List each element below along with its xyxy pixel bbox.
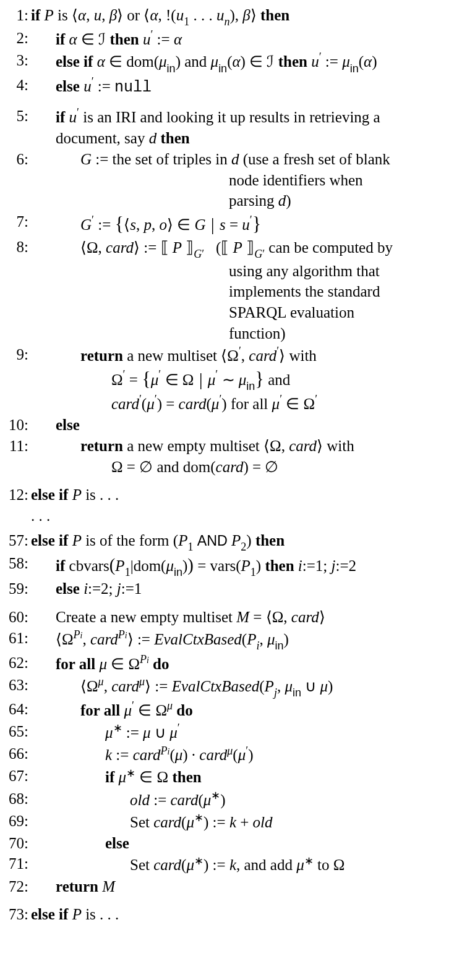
line-content: ⟨ΩPi, cardPi⟩ := EvalCtxBased(Pi, μin) [31, 628, 463, 653]
line-content: G := the set of triples in d (use a fres… [31, 149, 463, 170]
line-colon: : [24, 7, 28, 23]
line-content: if cbvars(P1|dom(μin)) = vars(P1) then i… [31, 553, 463, 578]
algo-line: 66: k := cardPi(μ) · cardμ(μ′) [4, 743, 463, 766]
algo-line-cont: card′(μ′) = card(μ′) for all μ′ ∈ Ω′ [4, 392, 463, 415]
line-content: else u′ := null [31, 75, 463, 98]
line-content: else [31, 833, 463, 854]
algo-line: 67: if μ∗ ∈ Ω then [4, 766, 463, 788]
line-content: if μ∗ ∈ Ω then [31, 766, 463, 788]
line-content: else if α ∈ dom(μin) and μin(α) ∈ ℐ then… [31, 50, 463, 75]
algo-line-cont: Ω = ∅ and dom(card) = ∅ [4, 457, 463, 478]
line-content: Ω = ∅ and dom(card) = ∅ [31, 457, 463, 478]
algo-line: 10: else [4, 415, 463, 436]
algo-line: 68: old := card(μ∗) [4, 788, 463, 811]
line-content: Create a new empty multiset M = ⟨Ω, card… [31, 607, 463, 628]
algo-line: 5: if u′ is an IRI and looking it up res… [4, 106, 463, 128]
algo-line-cont: function) [4, 323, 463, 344]
kw-if: if [31, 7, 40, 23]
line-content: if u′ is an IRI and looking it up result… [31, 106, 463, 128]
line-content: for all μ′ ∈ Ωμ do [31, 699, 463, 721]
line-content: return M [31, 876, 463, 897]
algo-line-cont: node identifiers when [4, 170, 463, 191]
line-content: Set card(μ∗) := k + old [31, 811, 463, 833]
algo-line: 63: ⟨Ωμ, cardμ⟩ := EvalCtxBased(Pj, μin … [4, 675, 463, 699]
algo-line: 69: Set card(μ∗) := k + old [4, 811, 463, 833]
algo-line: 6: G := the set of triples in d (use a f… [4, 149, 463, 170]
algo-line: 11: return a new empty multiset ⟨Ω, card… [4, 436, 463, 457]
line-content: else [31, 415, 463, 436]
line-content: document, say d then [31, 128, 463, 149]
line-content: SPARQL evaluation [31, 302, 463, 323]
line-content: if α ∈ ℐ then u′ := α [31, 28, 463, 50]
algo-line: 71: Set card(μ∗) := k, and add μ∗ to Ω [4, 853, 463, 876]
algo-line: 60: Create a new empty multiset M = ⟨Ω, … [4, 607, 463, 628]
algo-line: 8: ⟨Ω, card⟩ := ⟦ P ⟧G′ (⟦ P ⟧G′ can be … [4, 237, 463, 260]
algo-line: 58: if cbvars(P1|dom(μin)) = vars(P1) th… [4, 553, 463, 578]
line-content: card′(μ′) = card(μ′) for all μ′ ∈ Ω′ [31, 392, 463, 415]
line-content: ⟨Ωμ, cardμ⟩ := EvalCtxBased(Pj, μin ∪ μ) [31, 675, 463, 699]
line-content: else i:=2; j:=1 [31, 578, 463, 599]
line-content: implements the standard [31, 281, 463, 302]
algo-line: 1: if P is ⟨α, u, β⟩ or ⟨α, !(u1 . . . u… [4, 5, 463, 28]
line-content: else if P is . . . [31, 484, 463, 505]
algo-line: 57: else if P is of the form (P1 AND P2)… [4, 530, 463, 553]
algo-line-cont: document, say d then [4, 128, 463, 149]
line-content: using any algorithm that [31, 261, 463, 282]
kw-then: then [260, 7, 289, 23]
line-content: Set card(μ∗) := k, and add μ∗ to Ω [31, 853, 463, 876]
line-content: else if P is of the form (P1 AND P2) the… [31, 530, 463, 553]
line-content: if P is ⟨α, u, β⟩ or ⟨α, !(u1 . . . un),… [31, 5, 463, 28]
line-content: return a new empty multiset ⟨Ω, card⟩ wi… [31, 436, 463, 457]
algo-line: 62: for all μ ∈ ΩPi do [4, 653, 463, 675]
line-content: G′ := {⟨s, p, o⟩ ∈ G | s = u′} [31, 211, 463, 237]
line-content: ⟨Ω, card⟩ := ⟦ P ⟧G′ (⟦ P ⟧G′ can be com… [31, 237, 463, 260]
algo-line-cont: parsing d) [4, 190, 463, 211]
algo-line: 73: else if P is . . . [4, 904, 463, 925]
line-number-cell: 1: [4, 5, 31, 26]
line-content: old := card(μ∗) [31, 788, 463, 811]
ellipsis: . . . [31, 505, 463, 526]
algo-line: 70: else [4, 833, 463, 854]
algo-line: 2: if α ∈ ℐ then u′ := α [4, 28, 463, 50]
algo-line: 61: ⟨ΩPi, cardPi⟩ := EvalCtxBased(Pi, μi… [4, 628, 463, 653]
line-content: function) [31, 323, 463, 344]
algo-line: 3: else if α ∈ dom(μin) and μin(α) ∈ ℐ t… [4, 50, 463, 75]
algo-line: 64: for all μ′ ∈ Ωμ do [4, 699, 463, 721]
line-content: Ω′ = {μ′ ∈ Ω | μ′ ∼ μin} and [31, 366, 463, 392]
algo-line-cont: Ω′ = {μ′ ∈ Ω | μ′ ∼ μin} and [4, 366, 463, 392]
line-content: μ∗ := μ ∪ μ′ [31, 721, 463, 743]
algo-line-cont: implements the standard [4, 281, 463, 302]
algo-line-cont: . . . [4, 505, 463, 526]
algo-line: 12: else if P is . . . [4, 484, 463, 505]
line-content: else if P is . . . [31, 904, 463, 925]
algo-line-cont: using any algorithm that [4, 261, 463, 282]
line-content: parsing d) [31, 190, 463, 211]
algo-line-cont: SPARQL evaluation [4, 302, 463, 323]
algo-line: 4: else u′ := null [4, 75, 463, 98]
line-content: for all μ ∈ ΩPi do [31, 653, 463, 675]
line-content: k := cardPi(μ) · cardμ(μ′) [31, 743, 463, 766]
line-number: 1 [17, 7, 25, 23]
algo-line: 59: else i:=2; j:=1 [4, 578, 463, 599]
line-content: node identifiers when [31, 170, 463, 191]
algo-line: 65: μ∗ := μ ∪ μ′ [4, 721, 463, 743]
algo-line: 7: G′ := {⟨s, p, o⟩ ∈ G | s = u′} [4, 211, 463, 237]
line-content: return a new multiset ⟨Ω′, card′⟩ with [31, 344, 463, 366]
algo-line: 72: return M [4, 876, 463, 897]
algo-line: 9: return a new multiset ⟨Ω′, card′⟩ wit… [4, 344, 463, 366]
